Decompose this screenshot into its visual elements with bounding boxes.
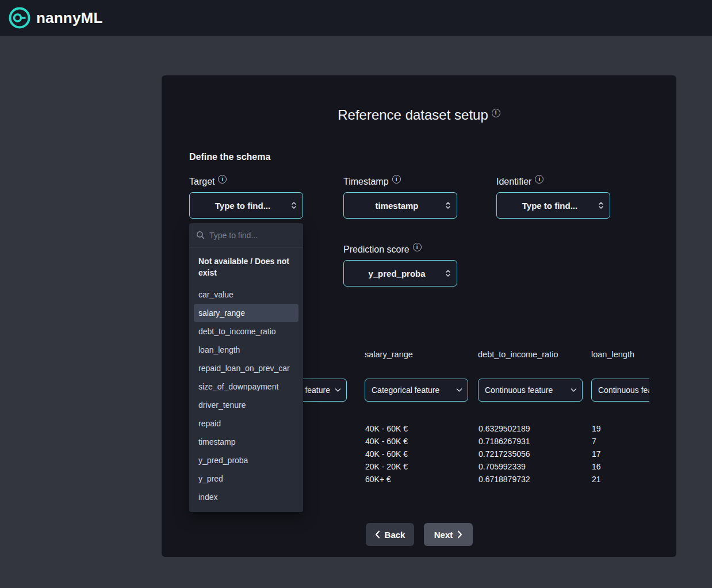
updown-chevron-icon bbox=[445, 268, 451, 278]
table-column-loan-length: loan_length Continuous feature 19 7 17 1… bbox=[591, 346, 649, 501]
page-title: Reference dataset setup bbox=[338, 107, 488, 123]
updown-chevron-icon bbox=[445, 200, 451, 211]
updown-chevron-icon bbox=[290, 200, 297, 211]
chevron-down-icon bbox=[571, 388, 577, 392]
salary-range-feature-type-select[interactable]: Categorical feature bbox=[365, 379, 468, 402]
dropdown-option[interactable]: repaid bbox=[194, 414, 298, 433]
column-cells: 19 7 17 16 21 bbox=[592, 422, 601, 486]
back-button-label: Back bbox=[385, 530, 405, 540]
feature-type-value: Categorical feature bbox=[365, 385, 456, 395]
back-button[interactable]: Back bbox=[366, 523, 414, 546]
dropdown-option[interactable]: loan_length bbox=[194, 341, 298, 359]
identifier-label: Identifier bbox=[496, 177, 531, 186]
table-cell: 20K - 20K € bbox=[365, 460, 408, 473]
column-header: debt_to_income_ratio bbox=[478, 350, 558, 359]
target-select-value: Type to find... bbox=[207, 201, 285, 211]
dropdown-option[interactable]: repaid_loan_on_prev_car bbox=[194, 359, 298, 377]
chevron-right-icon bbox=[457, 530, 462, 539]
table-cell: 40K - 60K € bbox=[365, 435, 408, 448]
prediction-score-info-icon[interactable]: i bbox=[413, 243, 422, 251]
chevron-down-icon bbox=[335, 388, 341, 392]
dropdown-search bbox=[189, 223, 303, 247]
table-cell: 40K - 60K € bbox=[365, 448, 408, 460]
chevron-down-icon bbox=[456, 388, 462, 392]
dropdown-search-input[interactable] bbox=[209, 231, 296, 240]
timestamp-info-icon[interactable]: i bbox=[392, 175, 401, 184]
section-heading: Define the schema bbox=[189, 152, 270, 162]
brand-name: nannyML bbox=[36, 9, 103, 27]
identifier-select[interactable]: Type to find... bbox=[496, 192, 610, 219]
prediction-score-label: Prediction score bbox=[343, 245, 409, 254]
table-cell: 40K - 60K € bbox=[365, 422, 408, 435]
identifier-select-value: Type to find... bbox=[514, 201, 592, 211]
loan-length-feature-type-select[interactable]: Continuous feature bbox=[591, 379, 649, 402]
prediction-score-select[interactable]: y_pred_proba bbox=[343, 260, 457, 287]
title-info-icon[interactable]: i bbox=[492, 109, 500, 117]
table-cell: 7 bbox=[592, 435, 601, 448]
debt-to-income-ratio-feature-type-select[interactable]: Continuous feature bbox=[478, 379, 583, 402]
identifier-field: Identifieri Type to find... bbox=[496, 175, 610, 219]
dropdown-option-list: Not available / Does not exist car_value… bbox=[189, 247, 303, 512]
column-header: loan_length bbox=[591, 350, 634, 359]
table-cell: 0.6329502189 bbox=[479, 422, 530, 435]
table-cell: 16 bbox=[592, 460, 601, 473]
prediction-score-field: Prediction scorei y_pred_proba bbox=[343, 243, 457, 287]
search-icon bbox=[196, 231, 205, 239]
timestamp-field: Timestampi timestamp bbox=[343, 175, 457, 219]
reference-dataset-card: Reference dataset setupi Define the sche… bbox=[162, 75, 676, 557]
dropdown-option[interactable]: size_of_downpayment bbox=[194, 377, 298, 396]
updown-chevron-icon bbox=[598, 200, 604, 211]
dropdown-option[interactable]: debt_to_income_ratio bbox=[194, 322, 298, 341]
table-column-debt-to-income-ratio: debt_to_income_ratio Continuous feature … bbox=[478, 346, 583, 501]
next-button[interactable]: Next bbox=[424, 523, 473, 546]
table-cell: 0.7186267931 bbox=[479, 435, 530, 448]
dropdown-option[interactable]: y_pred bbox=[194, 469, 298, 488]
feature-type-value: Continuous feature bbox=[479, 385, 571, 395]
dropdown-option[interactable]: timestamp bbox=[194, 433, 298, 451]
next-button-label: Next bbox=[434, 530, 453, 540]
target-label: Target bbox=[189, 177, 215, 186]
dropdown-option[interactable]: index bbox=[194, 488, 298, 506]
nannyml-logo-icon bbox=[8, 6, 31, 29]
target-select[interactable]: Type to find... bbox=[189, 192, 303, 219]
target-dropdown-panel: Not available / Does not exist car_value… bbox=[189, 223, 303, 512]
table-cell: 17 bbox=[592, 448, 601, 460]
identifier-info-icon[interactable]: i bbox=[535, 175, 543, 184]
table-cell: 60K+ € bbox=[365, 473, 408, 486]
timestamp-select[interactable]: timestamp bbox=[343, 192, 457, 219]
timestamp-label: Timestamp bbox=[343, 177, 389, 186]
feature-type-value: Continuous feature bbox=[592, 385, 649, 395]
timestamp-select-value: timestamp bbox=[367, 201, 433, 211]
brand: nannyML bbox=[8, 6, 103, 29]
target-info-icon[interactable]: i bbox=[218, 175, 227, 184]
dropdown-option-not-available[interactable]: Not available / Does not exist bbox=[194, 253, 298, 285]
table-cell: 21 bbox=[592, 473, 601, 486]
column-cells: 40K - 60K € 40K - 60K € 40K - 60K € 20K … bbox=[365, 422, 408, 486]
table-cell: 0.705992339 bbox=[479, 460, 530, 473]
target-field: Targeti Type to find... bbox=[189, 175, 303, 219]
dropdown-option[interactable]: car_value bbox=[194, 285, 298, 304]
table-column-salary-range: salary_range Categorical feature 40K - 6… bbox=[365, 346, 468, 501]
chevron-left-icon bbox=[375, 530, 380, 539]
prediction-score-select-value: y_pred_proba bbox=[360, 269, 440, 278]
dropdown-option-highlighted[interactable]: salary_range bbox=[194, 304, 298, 322]
table-cell: 19 bbox=[592, 422, 601, 435]
table-cell: 0.6718879732 bbox=[479, 473, 530, 486]
dropdown-option[interactable]: driver_tenure bbox=[194, 396, 298, 414]
column-header: salary_range bbox=[365, 350, 413, 359]
column-cells: 0.6329502189 0.7186267931 0.7217235056 0… bbox=[479, 422, 530, 486]
navbar: nannyML bbox=[0, 0, 712, 36]
dropdown-option[interactable]: y_pred_proba bbox=[194, 451, 298, 469]
table-cell: 0.7217235056 bbox=[479, 448, 530, 460]
